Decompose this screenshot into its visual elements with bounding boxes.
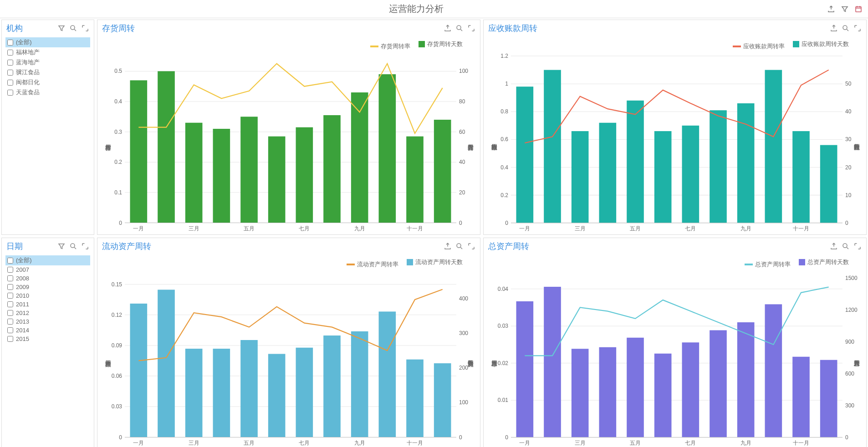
filter-icon[interactable]	[57, 242, 66, 250]
chart-bar[interactable]	[130, 80, 148, 223]
chart-bar[interactable]	[792, 357, 810, 437]
chart-bar[interactable]	[544, 287, 561, 437]
filter-checkbox[interactable]	[7, 284, 13, 290]
chart-bar[interactable]	[710, 330, 727, 437]
filter-checkbox[interactable]	[7, 301, 13, 307]
chart-bar[interactable]	[682, 342, 700, 437]
filter-checkbox[interactable]	[7, 275, 13, 281]
chart-bar[interactable]	[406, 137, 424, 223]
chart-bar[interactable]	[323, 335, 341, 437]
chart-bar[interactable]	[323, 115, 341, 223]
chart-bar[interactable]	[765, 70, 782, 223]
chart-bar[interactable]	[792, 131, 810, 223]
chart-bar[interactable]	[737, 103, 755, 223]
export-icon[interactable]	[830, 242, 838, 250]
chart-bar[interactable]	[351, 331, 368, 437]
filter-item[interactable]: 闽都日化	[5, 77, 90, 87]
calendar-icon[interactable]	[854, 5, 863, 13]
chart-bar[interactable]	[516, 301, 534, 437]
filter-icon[interactable]	[57, 24, 66, 32]
chart-bar[interactable]	[185, 349, 203, 437]
chart-bar[interactable]	[765, 304, 782, 437]
chart-bar[interactable]	[240, 117, 258, 223]
expand-icon[interactable]	[81, 24, 89, 32]
chart-bar[interactable]	[185, 123, 203, 223]
chart-bar[interactable]	[296, 127, 313, 223]
chart-bar[interactable]	[434, 363, 451, 437]
filter-item-all[interactable]: (全部)	[5, 255, 90, 265]
search-icon[interactable]	[842, 24, 850, 32]
filter-checkbox[interactable]	[7, 327, 13, 333]
search-icon[interactable]	[455, 242, 464, 250]
filter-checkbox[interactable]	[7, 293, 13, 299]
chart-bar[interactable]	[820, 145, 837, 223]
filter-checkbox[interactable]	[7, 40, 13, 46]
chart-bar[interactable]	[654, 354, 672, 437]
chart-bar[interactable]	[572, 131, 589, 223]
filter-item[interactable]: 2009	[5, 283, 90, 291]
chart-bar[interactable]	[710, 110, 727, 223]
chart-bar[interactable]	[158, 290, 175, 437]
chart-bar[interactable]	[682, 126, 700, 223]
chart-bar[interactable]	[379, 74, 396, 223]
search-icon[interactable]	[842, 242, 850, 250]
export-icon[interactable]	[444, 242, 452, 250]
filter-item[interactable]: 2014	[5, 326, 90, 335]
filter-checkbox[interactable]	[7, 319, 13, 325]
filter-checkbox[interactable]	[7, 60, 13, 66]
filter-item[interactable]: 2012	[5, 309, 90, 317]
filter-checkbox[interactable]	[7, 258, 13, 264]
search-icon[interactable]	[455, 24, 464, 32]
chart-bar[interactable]	[406, 360, 424, 437]
chart-bar[interactable]	[599, 347, 617, 437]
export-icon[interactable]	[830, 24, 838, 32]
filter-item[interactable]: 福林地产	[5, 47, 90, 57]
chart-bar[interactable]	[516, 86, 534, 223]
filter-item-all[interactable]: (全部)	[5, 37, 90, 47]
filter-item[interactable]: 2011	[5, 300, 90, 309]
filter-item[interactable]: 2013	[5, 317, 90, 326]
search-icon[interactable]	[69, 242, 77, 250]
filter-item[interactable]: 2010	[5, 291, 90, 300]
export-icon[interactable]	[827, 5, 835, 13]
filter-item[interactable]: 2007	[5, 265, 90, 274]
chart-bar[interactable]	[599, 123, 617, 223]
chart-bar[interactable]	[240, 340, 258, 437]
chart-bar[interactable]	[130, 304, 148, 437]
chart-bar[interactable]	[654, 131, 672, 223]
filter-item[interactable]: 2015	[5, 335, 90, 343]
expand-icon[interactable]	[853, 24, 862, 32]
filter-checkbox[interactable]	[7, 80, 13, 86]
filter-checkbox[interactable]	[7, 267, 13, 273]
expand-icon[interactable]	[81, 242, 89, 250]
filter-checkbox[interactable]	[7, 90, 13, 96]
filter-checkbox[interactable]	[7, 310, 13, 316]
chart-bar[interactable]	[379, 311, 396, 437]
chart-bar[interactable]	[544, 70, 561, 223]
filter-item[interactable]: 蓝海地产	[5, 57, 90, 67]
chart-bar[interactable]	[627, 101, 644, 223]
filter-checkbox[interactable]	[7, 50, 13, 56]
export-icon[interactable]	[444, 24, 452, 32]
chart-bar[interactable]	[213, 349, 230, 437]
search-icon[interactable]	[69, 24, 77, 32]
chart-bar[interactable]	[158, 71, 175, 223]
expand-icon[interactable]	[853, 242, 862, 250]
chart-bar[interactable]	[572, 349, 589, 437]
expand-icon[interactable]	[467, 24, 475, 32]
filter-checkbox[interactable]	[7, 70, 13, 76]
filter-item[interactable]: 2008	[5, 274, 90, 283]
chart-bar[interactable]	[213, 129, 230, 223]
filter-item[interactable]: 天蓝食品	[5, 87, 90, 97]
chart-bar[interactable]	[296, 348, 313, 437]
filter-checkbox[interactable]	[7, 336, 13, 342]
chart-bar[interactable]	[434, 120, 451, 223]
chart-bar[interactable]	[268, 137, 286, 223]
chart-bar[interactable]	[268, 354, 286, 437]
chart-bar[interactable]	[737, 322, 755, 437]
chart-bar[interactable]	[820, 360, 837, 437]
filter-item[interactable]: 骥江食品	[5, 67, 90, 77]
filter-icon[interactable]	[841, 5, 849, 13]
chart-bar[interactable]	[627, 338, 644, 437]
expand-icon[interactable]	[467, 242, 475, 250]
